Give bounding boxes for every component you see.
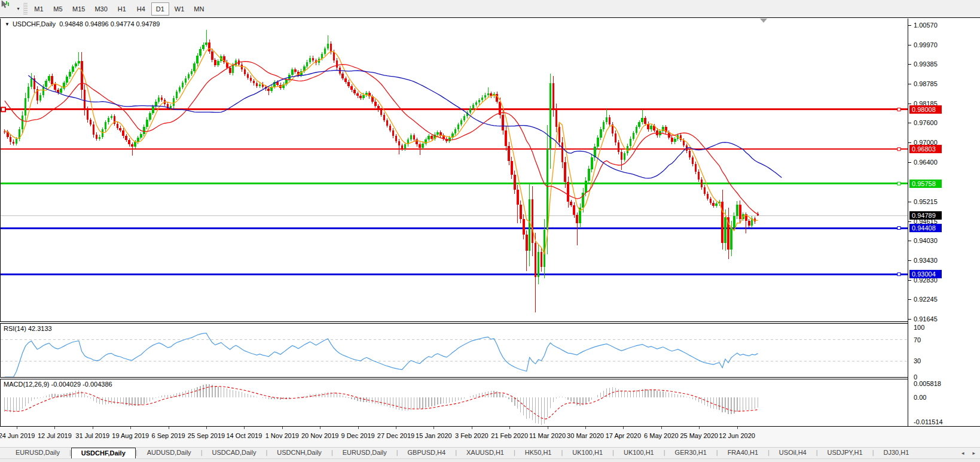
macd-panel[interactable]: MACD(12,26,9) -0.004029 -0.004386: [0, 379, 908, 426]
date-tick: [509, 427, 510, 429]
chart-cursor-icon[interactable]: [0, 2, 14, 16]
price-tick-label: 0.94030: [914, 237, 938, 244]
price-tick-label: 0.99385: [914, 60, 938, 68]
timeframe-button-m30[interactable]: M30: [90, 2, 111, 16]
price-tick: [908, 64, 911, 65]
tabs-scroll-right-icon[interactable]: ▸: [972, 450, 975, 456]
date-tick: [472, 427, 472, 429]
price-tick-label: 0.93430: [914, 257, 938, 264]
price-tick-label: 0.99970: [914, 41, 938, 48]
line-handle[interactable]: [897, 148, 900, 151]
line-handle[interactable]: [897, 226, 900, 229]
line-handle[interactable]: [897, 273, 900, 276]
macd-chart: [1, 379, 908, 426]
rsi-tick-label: 30: [914, 357, 921, 364]
chart-tab-eurusd-daily[interactable]: EURUSD,Daily: [333, 448, 396, 458]
macd-histogram: [5, 384, 758, 425]
price-tick: [908, 104, 911, 104]
support-line-price-label: 0.94408: [909, 224, 942, 232]
price-tick: [908, 84, 911, 84]
support-line-price-label: 0.93004: [909, 270, 942, 278]
price-tick-label: 1.00570: [914, 22, 938, 29]
timeframe-button-m15[interactable]: M15: [68, 2, 89, 16]
chart-tab-xauusd-h1[interactable]: XAUUSD,H1: [457, 448, 514, 458]
chart-title-text: USDCHF,Daily 0.94848 0.94896 0.94774 0.9…: [13, 20, 160, 28]
rsi-label: RSI(14) 42.3133: [4, 325, 52, 332]
timeframe-button-mn[interactable]: MN: [190, 2, 208, 16]
price-tick: [908, 299, 911, 300]
date-label: 12 Jun 2020: [704, 432, 770, 439]
tab-scroll-arrows: ◂ ▸: [961, 450, 975, 456]
mid-ma-line: [5, 62, 758, 214]
price-tick-label: 0.96400: [914, 159, 938, 166]
price-tick: [908, 25, 911, 26]
mt4-terminal-window: ▾ M1M5M15M30H1H4D1W1MN ▼USDCHF,Daily 0.9…: [0, 0, 980, 462]
date-tick: [320, 427, 320, 429]
timeframe-button-m1[interactable]: M1: [30, 2, 48, 16]
chart-tab-uk100-h1[interactable]: UK100,H1: [614, 448, 664, 458]
chart-tabs-bar: EURUSD,Daily|USDCHF,Daily|AUDUSD,Daily|U…: [0, 447, 980, 458]
candlestick-chart: [1, 19, 908, 321]
timeframe-button-h1[interactable]: H1: [113, 2, 131, 16]
chart-tab-hk50-h1[interactable]: HK50,H1: [515, 448, 561, 458]
chart-tab-usdchf-daily[interactable]: USDCHF,Daily: [71, 448, 136, 458]
chart-tab-dj30-h1[interactable]: DJ30,H1: [874, 448, 919, 458]
chart-tab-eurusd-daily[interactable]: EURUSD,Daily: [6, 448, 69, 458]
timeframe-toolbar: ▾ M1M5M15M30H1H4D1W1MN: [0, 0, 980, 18]
chart-cursor-glyph: [0, 0, 10, 10]
chart-tab-usoil-h4[interactable]: USOil,H4: [770, 448, 816, 458]
chart-tab-usdcnh-daily[interactable]: USDCNH,Daily: [267, 448, 331, 458]
chart-tab-usdcad-daily[interactable]: USDCAD,Daily: [202, 448, 265, 458]
price-tick: [908, 45, 911, 45]
toolbar-grip-handle[interactable]: [23, 3, 28, 15]
date-tick: [661, 427, 662, 429]
timeframe-button-h4[interactable]: H4: [132, 2, 150, 16]
chart-tool-dropdown-caret-icon[interactable]: ▾: [14, 2, 22, 16]
chart-title: ▼USDCHF,Daily 0.94848 0.94896 0.94774 0.…: [5, 20, 160, 28]
date-tick: [433, 427, 434, 429]
date-tick: [206, 427, 207, 429]
chart-tab-gbpusd-h4[interactable]: GBPUSD,H4: [398, 448, 456, 458]
price-axis[interactable]: 1.005700.999700.993850.987850.981850.976…: [908, 19, 980, 426]
macd-tick-label: 0.00: [914, 394, 926, 401]
price-tick: [908, 241, 911, 241]
rsi-panel[interactable]: RSI(14) 42.3133: [0, 324, 908, 377]
current-price-price-label: 0.94789: [909, 211, 942, 220]
main-chart-panel[interactable]: ▼USDCHF,Daily 0.94848 0.94896 0.94774 0.…: [0, 19, 908, 321]
timeframe-button-d1[interactable]: D1: [151, 2, 169, 16]
line-handle[interactable]: [1, 107, 5, 111]
date-tick: [585, 427, 586, 429]
chart-tab-fra40-h1[interactable]: FRA40,H1: [718, 448, 768, 458]
rsi-chart: [1, 324, 908, 377]
date-tick: [396, 427, 396, 429]
price-tick: [908, 162, 911, 163]
rsi-tick-label: 100: [914, 324, 924, 331]
date-tick: [169, 427, 169, 429]
date-tick: [93, 427, 93, 429]
chart-tab-usdjpy-h1[interactable]: USDJPY,H1: [818, 448, 872, 458]
tabs-scroll-left-icon[interactable]: ◂: [961, 450, 964, 456]
date-tick: [358, 427, 359, 429]
symbol-dropdown-icon[interactable]: ▼: [5, 22, 10, 27]
price-tick-label: 0.92245: [914, 296, 938, 303]
chart-tab-uk100-h1[interactable]: UK100,H1: [563, 448, 612, 458]
chart-tab-ger30-h1[interactable]: GER30,H1: [665, 448, 716, 458]
chart-tab-audusd-daily[interactable]: AUDUSD,Daily: [138, 448, 201, 458]
date-tick: [699, 427, 700, 429]
price-tick: [908, 221, 911, 222]
resistance-line-price-label: 0.98008: [909, 105, 942, 114]
timeframe-button-m5[interactable]: M5: [49, 2, 67, 16]
time-axis[interactable]: 24 Jun 201912 Jul 201931 Jul 201919 Aug …: [0, 427, 980, 447]
line-handle[interactable]: [897, 182, 900, 185]
chart-shift-marker[interactable]: [760, 19, 767, 23]
price-tick: [908, 319, 911, 320]
status-strip: [0, 458, 980, 462]
macd-tick-label: 0.005818: [914, 380, 941, 387]
slow-ma-line: [28, 71, 781, 178]
timeframe-button-w1[interactable]: W1: [170, 2, 189, 16]
date-tick: [737, 427, 738, 429]
date-tick: [17, 427, 17, 429]
price-tick-label: 0.97600: [914, 119, 938, 126]
timeframe-buttons-group: M1M5M15M30H1H4D1W1MN: [29, 2, 209, 16]
line-handle[interactable]: [897, 108, 900, 111]
